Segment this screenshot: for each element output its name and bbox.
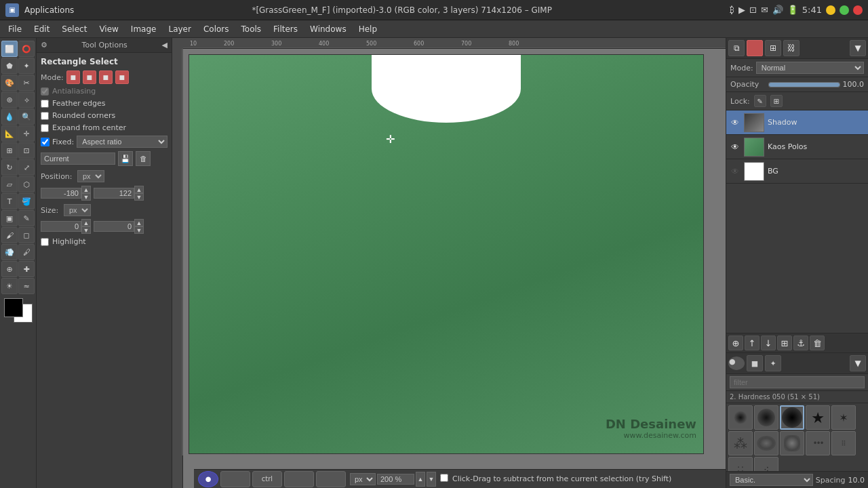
menu-image[interactable]: Image (125, 22, 162, 36)
tool-perspective[interactable]: ⬡ (18, 176, 35, 192)
tool-scale[interactable]: ⤢ (18, 159, 35, 176)
brushes-filter-input[interactable] (730, 376, 865, 388)
menu-view[interactable]: View (94, 22, 123, 36)
preset-delete-btn[interactable]: 🗑 (136, 151, 151, 166)
tool-rotate[interactable]: ↻ (1, 159, 18, 176)
layer-eye-bg[interactable]: 👁 (730, 166, 741, 177)
antialiasing-checkbox[interactable] (41, 87, 49, 96)
brush-star-1[interactable]: ★ (806, 405, 830, 430)
rounded-corners-checkbox[interactable] (41, 112, 49, 120)
layers-link-btn[interactable]: ⛓ (783, 40, 800, 56)
menu-filters[interactable]: Filters (268, 22, 303, 36)
menu-layer[interactable]: Layer (163, 22, 196, 36)
tool-ink[interactable]: 🖋 (18, 244, 35, 260)
fixed-checkbox[interactable] (41, 138, 50, 146)
opacity-slider[interactable] (768, 82, 840, 87)
expand-center-checkbox[interactable] (41, 124, 49, 132)
panel-menu-btn[interactable]: ▼ (850, 40, 866, 56)
tool-pencil[interactable]: ✎ (18, 210, 35, 226)
layers-new-from-visible-btn[interactable]: ⧉ (728, 40, 745, 56)
close-button[interactable] (853, 5, 863, 15)
menu-help[interactable]: Help (353, 22, 382, 36)
zoom-down[interactable]: ▼ (427, 472, 436, 487)
brushes-menu-btn[interactable]: ▼ (850, 355, 866, 371)
layer-anchor-btn[interactable]: ⚓ (793, 336, 808, 350)
layer-item-bg[interactable]: 👁 BG (726, 159, 868, 184)
zoom-up[interactable]: ▲ (416, 472, 425, 487)
tool-rect-select[interactable]: ⬜ (1, 41, 18, 57)
menu-edit[interactable]: Edit (28, 22, 55, 36)
tool-shear[interactable]: ▱ (1, 176, 18, 192)
tool-fuzzy-select[interactable]: ✦ (18, 58, 35, 74)
feather-edges-checkbox[interactable] (41, 100, 49, 108)
mode-select[interactable]: Normal (756, 62, 864, 74)
tool-airbrush[interactable]: 💨 (1, 244, 18, 260)
brush-cloud-1[interactable] (754, 431, 778, 455)
preset-save-btn[interactable]: 💾 (118, 151, 133, 166)
mode-add-btn[interactable]: ■ (83, 70, 96, 84)
layer-raise-btn[interactable]: ↑ (745, 336, 760, 350)
tool-smudge[interactable]: ≈ (18, 278, 35, 294)
brush-stars-btn[interactable]: ✦ (765, 355, 781, 371)
menu-windows[interactable]: Windows (304, 22, 352, 36)
brush-texture-1[interactable]: ∷ (728, 457, 753, 471)
pos-y-down[interactable]: ▼ (134, 193, 144, 201)
minimize-button[interactable] (826, 5, 835, 15)
layers-color-btn[interactable] (747, 40, 763, 56)
zoom-input[interactable] (377, 474, 414, 485)
size-w-input[interactable] (41, 221, 81, 232)
tool-dodge-burn[interactable]: ☀ (1, 278, 18, 294)
layer-new-btn[interactable]: ⊕ (728, 336, 743, 350)
tool-ellipse-select[interactable]: ⭕ (18, 41, 35, 57)
menu-select[interactable]: Select (56, 22, 92, 36)
layer-eye-shadow[interactable]: 👁 (730, 117, 741, 128)
tool-heal[interactable]: ✚ (18, 261, 35, 277)
status-checkbox[interactable] (440, 474, 448, 482)
tool-align[interactable]: ⊞ (1, 142, 18, 159)
tool-crop[interactable]: ⊡ (18, 142, 35, 159)
canvas-area[interactable]: 10 200 300 400 500 600 700 800 (172, 38, 726, 488)
brushes-type-select[interactable]: Basic. (730, 474, 813, 486)
canvas-image[interactable]: ✛ DN Desainew www.desainew.com (189, 54, 704, 454)
size-w-up[interactable]: ▲ (81, 219, 91, 226)
nav-btn-1[interactable]: ● (198, 471, 218, 487)
brush-squares-btn[interactable]: ■ (747, 355, 763, 371)
tool-bucket-fill[interactable]: 🪣 (18, 193, 35, 209)
layers-pattern-btn[interactable]: ⊞ (765, 40, 781, 56)
tool-clone[interactable]: ⊕ (1, 261, 18, 277)
tool-foreground-select[interactable]: ⊛ (1, 92, 18, 108)
size-h-input[interactable] (94, 221, 134, 232)
foreground-color[interactable] (4, 298, 23, 317)
brush-hardness-circle-lg[interactable] (780, 405, 804, 430)
layer-delete-btn[interactable]: 🗑 (810, 336, 825, 350)
nav-btn-ctrl[interactable]: ctrl (252, 471, 282, 487)
canvas-wrapper[interactable]: ✛ DN Desainew www.desainew.com ● ctrl (183, 49, 726, 488)
highlight-checkbox[interactable] (41, 238, 49, 246)
tool-paintbrush[interactable]: 🖌 (1, 227, 18, 243)
mode-subtract-btn[interactable]: ■ (99, 70, 113, 84)
menu-colors[interactable]: Colors (198, 22, 235, 36)
pos-x-down[interactable]: ▼ (81, 193, 91, 201)
brush-splatter-3[interactable]: ••• (806, 431, 830, 455)
tool-eraser[interactable]: ◻ (18, 227, 35, 243)
tool-free-select[interactable]: ⬟ (1, 58, 18, 74)
fixed-select[interactable]: Aspect ratio (77, 136, 167, 148)
nav-btn-4[interactable] (284, 471, 314, 487)
pos-x-input[interactable] (41, 188, 81, 199)
brush-splatter-1[interactable]: ✶ (831, 405, 856, 430)
brush-cloud-2[interactable] (780, 431, 804, 455)
brush-hardness-circle-sm[interactable] (728, 405, 753, 430)
brush-texture-2[interactable]: ⁖ (754, 457, 778, 471)
size-unit-select[interactable]: px (64, 204, 91, 216)
layer-eye-kaos[interactable]: 👁 (730, 142, 741, 152)
tool-zoom[interactable]: 🔍 (18, 108, 35, 125)
tool-move[interactable]: ✛ (18, 125, 35, 142)
pos-y-up[interactable]: ▲ (134, 186, 144, 193)
pos-y-input[interactable] (94, 188, 134, 199)
pos-x-up[interactable]: ▲ (81, 186, 91, 193)
collapse-icon[interactable]: ◀ (162, 41, 167, 49)
preset-input[interactable] (41, 152, 115, 165)
mode-intersect-btn[interactable]: ■ (115, 70, 129, 84)
layer-item-shadow[interactable]: 👁 Shadow (726, 110, 868, 135)
brush-dots-1[interactable]: ⠿ (831, 431, 856, 455)
